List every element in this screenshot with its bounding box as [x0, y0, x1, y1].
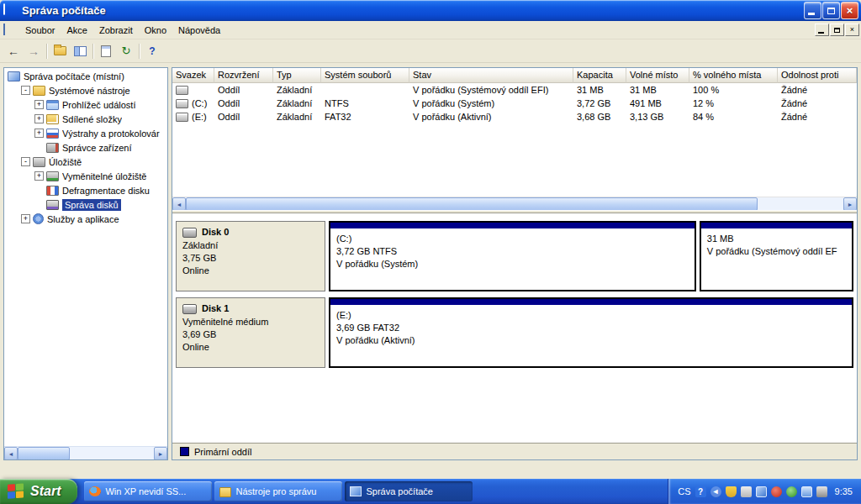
- menu-bar: Soubor Akce Zobrazit Okno Nápověda ×: [0, 21, 861, 39]
- expand-toggle[interactable]: +: [21, 214, 30, 223]
- tree-item-disk-defragmenter[interactable]: Defragmentace disku: [4, 183, 167, 197]
- disk-0-info[interactable]: Disk 0 Základní 3,75 GB Online: [176, 221, 325, 291]
- mdi-restore-button[interactable]: [830, 24, 844, 36]
- volume-row-efi[interactable]: Oddíl Základní V pořádku (Systémový oddí…: [172, 83, 857, 97]
- tree-item-disk-management[interactable]: Správa disků: [4, 197, 167, 212]
- column-kapacita[interactable]: Kapacita: [573, 68, 626, 83]
- column-stav[interactable]: Stav: [409, 68, 573, 83]
- restore-button[interactable]: [822, 2, 840, 19]
- task-administrative-tools[interactable]: Nástroje pro správu: [214, 481, 342, 501]
- tree-item-system-tools[interactable]: - Systémové nástroje: [4, 83, 167, 97]
- hide-inactive-icons-chevron[interactable]: ◄: [710, 486, 721, 497]
- partition-detail: 3,69 GB FAT32: [336, 322, 848, 334]
- window-titlebar: Správa počítače ×: [0, 0, 861, 21]
- help-button[interactable]: ?: [142, 42, 162, 60]
- scrollbar-track[interactable]: [186, 197, 843, 210]
- disk-1-row: Disk 1 Vyměnitelné médium 3,69 GB Online…: [176, 297, 853, 368]
- task-browser-window[interactable]: Win XP nevidí SS...: [84, 481, 212, 501]
- properties-button[interactable]: [96, 42, 116, 60]
- menu-soubor[interactable]: Soubor: [19, 23, 61, 38]
- menu-napoveda[interactable]: Nápověda: [172, 23, 226, 38]
- collapse-toggle[interactable]: -: [21, 86, 30, 95]
- scroll-left-button[interactable]: ◄: [172, 197, 186, 211]
- partition-label: (E:): [336, 309, 848, 322]
- menu-okno[interactable]: Okno: [139, 23, 172, 38]
- refresh-button[interactable]: ↻: [116, 42, 136, 60]
- network-icon[interactable]: [801, 486, 812, 497]
- volume-row-e[interactable]: (E:) Oddíl Základní FAT32 V pořádku (Akt…: [172, 110, 857, 123]
- system-tools-icon: [33, 86, 45, 96]
- tree-item-computer-management[interactable]: Správa počítače (místní): [4, 69, 167, 83]
- partition-c[interactable]: (C:) 3,72 GB NTFS V pořádku (Systém): [329, 221, 696, 291]
- tree-horizontal-scrollbar[interactable]: ◄ ►: [4, 446, 167, 459]
- back-button[interactable]: ←: [3, 42, 24, 60]
- expand-toggle[interactable]: +: [34, 171, 44, 181]
- forward-button[interactable]: →: [24, 42, 44, 60]
- collapse-toggle[interactable]: -: [21, 157, 30, 166]
- column-volne-misto[interactable]: Volné místo: [626, 68, 689, 83]
- forward-arrow-icon: →: [28, 45, 40, 57]
- disk-name: Disk 1: [202, 302, 229, 315]
- up-level-button[interactable]: [50, 42, 70, 60]
- partition-e[interactable]: (E:) 3,69 GB FAT32 V pořádku (Aktivní): [329, 297, 853, 368]
- antivirus-icon[interactable]: [771, 486, 782, 497]
- folder-up-icon: [54, 46, 66, 55]
- messenger-icon[interactable]: [786, 486, 797, 497]
- safely-remove-hardware-icon[interactable]: [816, 486, 827, 497]
- primary-partition-band: [330, 299, 852, 305]
- menu-akce[interactable]: Akce: [61, 23, 92, 38]
- column-system-souboru[interactable]: Systém souborů: [321, 68, 409, 83]
- mdi-close-button[interactable]: ×: [845, 24, 859, 36]
- scroll-left-button[interactable]: ◄: [4, 447, 18, 460]
- legend-label: Primární oddíl: [194, 447, 251, 457]
- disk-status: Online: [182, 265, 319, 277]
- computer-management-icon: [3, 4, 18, 17]
- scrollbar-track[interactable]: [18, 447, 154, 459]
- task-computer-management[interactable]: Správa počítače: [345, 481, 473, 501]
- toolbar: ← → ↻ ?: [0, 39, 861, 63]
- column-svazek[interactable]: Svazek: [172, 68, 214, 83]
- taskbar-clock[interactable]: 9:35: [835, 486, 853, 496]
- removable-storage-icon: [46, 171, 59, 181]
- scroll-right-button[interactable]: ►: [843, 197, 857, 211]
- tree-item-performance-logs[interactable]: + Výstrahy a protokolovár: [4, 126, 167, 140]
- tree-item-shared-folders[interactable]: + Sdílené složky: [4, 112, 167, 126]
- expand-toggle[interactable]: +: [34, 114, 44, 123]
- partition-status: V pořádku (Systémový oddíl EF: [707, 245, 848, 258]
- security-shield-icon[interactable]: [726, 486, 737, 497]
- scroll-right-button[interactable]: ►: [154, 447, 167, 460]
- expand-toggle[interactable]: +: [34, 100, 44, 109]
- menu-zobrazit[interactable]: Zobrazit: [93, 23, 139, 38]
- mdi-minimize-button[interactable]: [815, 24, 829, 36]
- tree-item-event-viewer[interactable]: + Prohlížeč událostí: [4, 97, 167, 112]
- volume-row-c[interactable]: (C:) Oddíl Základní NTFS V pořádku (Syst…: [172, 97, 857, 110]
- column-odolnost[interactable]: Odolnost proti: [778, 68, 857, 83]
- start-button[interactable]: Start: [0, 479, 77, 504]
- column-typ[interactable]: Typ: [273, 68, 321, 83]
- column-rozvrzeni[interactable]: Rozvržení: [214, 68, 273, 83]
- disk-0-row: Disk 0 Základní 3,75 GB Online (C:) 3,72…: [176, 221, 853, 291]
- column-pct-volneho-mista[interactable]: % volného místa: [689, 68, 778, 83]
- tree-item-services-applications[interactable]: + Služby a aplikace: [4, 212, 167, 226]
- close-button[interactable]: ×: [841, 2, 858, 19]
- volume-list-horizontal-scrollbar[interactable]: ◄ ►: [172, 197, 857, 210]
- volume-icon[interactable]: [741, 486, 752, 497]
- partition-efi[interactable]: 31 MB V pořádku (Systémový oddíl EF: [700, 221, 853, 291]
- language-indicator[interactable]: CS: [678, 486, 690, 496]
- expand-toggle[interactable]: +: [34, 129, 44, 138]
- scrollbar-thumb[interactable]: [18, 447, 70, 460]
- defragmenter-icon: [46, 186, 59, 196]
- tree-item-removable-storage[interactable]: + Vyměnitelné úložiště: [4, 169, 167, 183]
- console-tree-icon: [74, 46, 87, 56]
- tree-item-device-manager[interactable]: Správce zařízení: [4, 140, 167, 155]
- minimize-button[interactable]: [804, 2, 821, 19]
- help-tray-icon[interactable]: ?: [695, 486, 706, 497]
- display-settings-icon[interactable]: [756, 486, 767, 497]
- volume-list-header: Svazek Rozvržení Typ Systém souborů Stav…: [172, 68, 857, 83]
- disk-1-info[interactable]: Disk 1 Vyměnitelné médium 3,69 GB Online: [176, 297, 325, 368]
- scrollbar-thumb[interactable]: [186, 197, 758, 211]
- disk-management-icon: [46, 200, 59, 210]
- volume-icon: [176, 86, 188, 95]
- show-hide-tree-button[interactable]: [70, 42, 90, 60]
- tree-item-storage[interactable]: - Úložiště: [4, 155, 167, 169]
